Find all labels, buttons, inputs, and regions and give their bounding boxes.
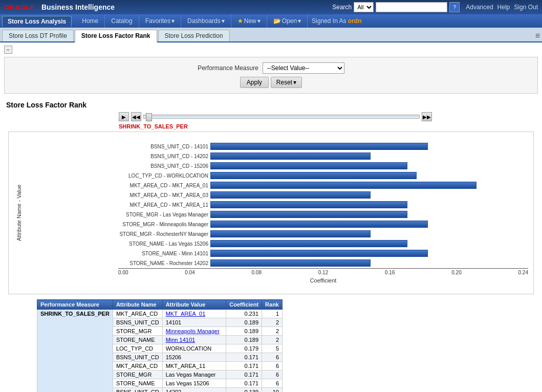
attr-value-cell: Las Vegas 15206 [162,379,226,388]
bar-fill [210,143,428,150]
collapse-row: − [2,45,540,55]
attr-value-cell[interactable]: Minn 14101 [162,336,226,344]
x-tick: 0.20 [451,270,461,275]
rank-cell: 6 [262,362,283,371]
bar-fill [210,172,417,179]
th-rank: Rank [262,300,283,310]
chart-bar-row: MKT_AREA_CD - MKT_AREA_11 [210,201,528,209]
rank-cell: 6 [262,371,283,379]
coeff-cell: 0.189 [226,336,262,344]
x-tick: 0.16 [385,270,395,275]
top-links: Advanced Help Sign Out [466,4,538,11]
nav-dashboards[interactable]: Dashboards ▾ [181,14,231,28]
slider-label: SHRINK_TO_SALES_PER [6,123,536,129]
attr-value-link[interactable]: Minn 14101 [166,337,196,343]
apply-button[interactable]: Apply [240,77,269,88]
th-performance-measure: Performance Measure [37,300,113,310]
coeff-cell: 0.171 [226,362,262,371]
chart-inner: BSNS_UNIT_CD - 14101 BSNS_UNIT_CD - 1420… [24,142,528,284]
attr-value-link[interactable]: MKT_AREA_01 [166,311,206,317]
nav-catalog[interactable]: Catalog [105,14,139,28]
slider-back-btn[interactable]: ◀◀ [131,112,141,121]
chart-x-label: Coefficient [118,277,528,284]
bar-label: BSNS_UNIT_CD - 15206 [116,163,208,169]
nav-home[interactable]: Home [76,14,105,28]
attr-name-cell: STORE_NAME [113,379,162,388]
x-tick: 0.24 [518,270,528,275]
bar-fill [210,153,371,160]
nav-items: Home Catalog Favorites ▾ Dashboards ▾ ★ … [76,14,540,28]
filter-buttons: Apply Reset ▾ [240,77,302,88]
signed-in-area: Signed In As ordn [308,17,365,25]
chart-bar-row: STORE_MGR - Minneapolis Manager [210,220,528,228]
attr-name-cell: BSNS_UNIT_CD [113,318,162,327]
top-bar: ORACLE Business Intelligence Search All … [0,0,542,14]
search-area: Search All ? [332,2,460,12]
slider-play-btn[interactable]: ▶ [119,112,129,121]
table-row: SHRINK_TO_SALES_PERMKT_AREA_CDMKT_AREA_0… [37,310,283,318]
coeff-cell: 0.189 [226,327,262,336]
bar-label: STORE_MGR - Minneapolis Manager [116,222,208,227]
bar-fill [210,162,407,169]
chart-bar-row: LOC_TYP_CD - WORKLOCATION [210,171,528,180]
search-scope-select[interactable]: All [354,2,374,12]
attr-value-cell: MKT_AREA_11 [162,362,226,371]
slider-forward-btn[interactable]: ▶▶ [422,112,432,121]
bar-label: MKT_AREA_CD - MKT_AREA_11 [116,202,208,208]
attr-name-cell: BSNS_UNIT_CD [113,388,162,393]
chart-bar-row: STORE_MGR - Las Vegas Manager [210,210,528,219]
tab-store-loss-factor-rank[interactable]: Store Loss Factor Rank [75,30,157,42]
chart-bar-row: STORE_MGR - RochesterNY Manager [210,230,528,238]
rank-cell: 2 [262,318,283,327]
attr-name-cell: STORE_MGR [113,371,162,379]
main-content: Store Loss Factor Rank ▶ ◀◀ ▶▶ SHRINK_TO… [2,96,540,392]
nav-bar: Store Loss Analysis Home Catalog Favorit… [0,14,542,28]
rank-cell: 2 [262,336,283,344]
bar-fill [210,211,407,218]
bar-label: STORE_MGR - RochesterNY Manager [116,231,208,237]
filter-row: Performance Measure --Select Value-- [198,62,344,74]
app-title: Store Loss Analysis [2,16,72,27]
nav-favorites[interactable]: Favorites ▾ [139,14,181,28]
reset-button[interactable]: Reset ▾ [271,77,302,88]
help-link[interactable]: Help [497,4,510,11]
slider-handle[interactable] [146,113,152,121]
attr-value-cell: WORKLOCATION [162,344,226,353]
signout-link[interactable]: Sign Out [514,4,538,11]
attr-value-cell[interactable]: MKT_AREA_01 [162,310,226,318]
attr-name-cell: STORE_NAME [113,336,162,344]
chart-bar-row: STORE_NAME - Rochester 14202 [210,259,528,267]
coeff-cell: 0.139 [226,388,262,393]
bar-label: STORE_NAME - Minn 14101 [116,251,208,256]
bar-fill [210,259,371,267]
bar-fill [210,230,371,237]
search-button[interactable]: ? [449,2,460,12]
slider-track[interactable] [143,115,420,119]
chart-bar-row: MKT_AREA_CD - MKT_AREA_01 [210,181,528,189]
tab-store-loss-dt-profile[interactable]: Store Loss DT Profile [2,30,74,41]
nav-open[interactable]: 📂 Open ▾ [267,14,308,28]
coeff-cell: 0.171 [226,379,262,388]
attr-value-cell[interactable]: Minneapolis Manager [162,327,226,336]
th-attribute-name: Attribute Name [113,300,162,310]
tab-store-loss-prediction[interactable]: Store Loss Prediction [158,30,230,41]
bar-label: STORE_NAME - Las Vegas 15206 [116,241,208,247]
bar-fill [210,240,407,247]
nav-new[interactable]: ★ New ▾ [231,14,267,28]
search-input[interactable] [376,2,447,12]
bar-label: LOC_TYP_CD - WORKLOCATION [116,173,208,179]
attr-name-cell: STORE_MGR [113,327,162,336]
attr-value-link[interactable]: Minneapolis Manager [166,328,220,334]
performance-measure-select[interactable]: --Select Value-- [263,62,344,74]
bar-label: BSNS_UNIT_CD - 14101 [116,144,208,149]
bar-fill [210,191,371,199]
pm-cell: SHRINK_TO_SALES_PER [37,310,113,393]
table-body: SHRINK_TO_SALES_PERMKT_AREA_CDMKT_AREA_0… [37,310,283,393]
chart-bar-row: BSNS_UNIT_CD - 14202 [210,152,528,160]
collapse-button[interactable]: − [4,46,12,54]
advanced-link[interactable]: Advanced [466,4,493,11]
bar-label: BSNS_UNIT_CD - 14202 [116,154,208,159]
tab-tools-icon[interactable]: ≡ [535,31,540,40]
bar-fill [210,250,428,257]
coeff-cell: 0.171 [226,371,262,379]
